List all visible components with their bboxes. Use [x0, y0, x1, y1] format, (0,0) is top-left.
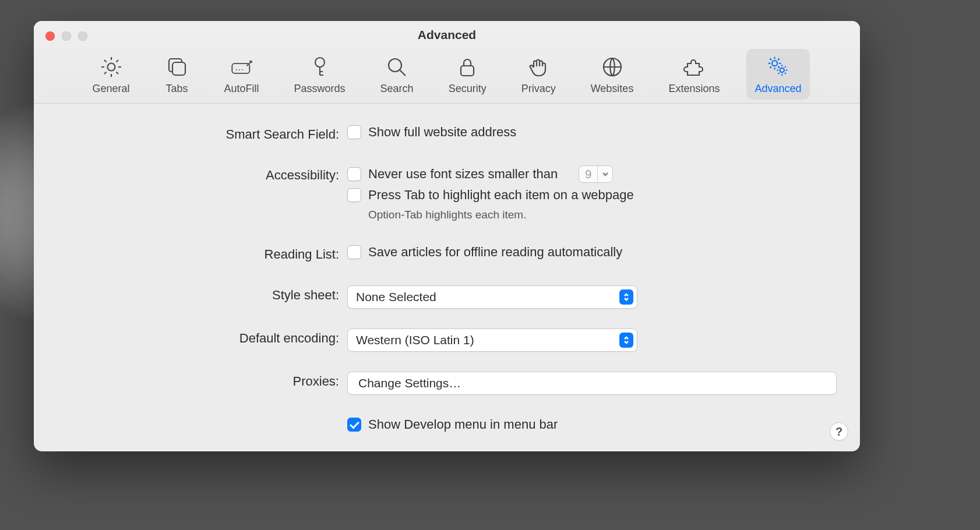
- svg-rect-8: [461, 66, 474, 76]
- default-encoding-popup[interactable]: Western (ISO Latin 1): [347, 328, 637, 352]
- tab-label: Tabs: [166, 83, 188, 95]
- show-full-address-checkbox[interactable]: [347, 125, 361, 139]
- tab-label: Passwords: [294, 83, 346, 95]
- globe-icon: [600, 55, 625, 79]
- svg-point-10: [772, 61, 777, 66]
- tab-label: Privacy: [521, 83, 556, 95]
- svg-point-7: [389, 59, 401, 72]
- svg-point-6: [315, 58, 325, 67]
- tab-tabs[interactable]: Tabs: [157, 49, 198, 100]
- change-settings-button[interactable]: Change Settings…: [347, 372, 837, 395]
- gears-icon: [766, 55, 790, 79]
- tab-label: Extensions: [668, 83, 720, 95]
- tab-search[interactable]: Search: [372, 49, 422, 100]
- help-button[interactable]: ?: [830, 422, 848, 441]
- window-title: Advanced: [34, 28, 860, 42]
- autofill-icon: [230, 55, 254, 79]
- tab-privacy[interactable]: Privacy: [513, 49, 564, 100]
- show-develop-label: Show Develop menu in menu bar: [368, 417, 558, 432]
- default-encoding-label: Default encoding:: [57, 328, 347, 346]
- accessibility-label: Accessibility:: [57, 165, 347, 183]
- svg-rect-1: [172, 62, 185, 75]
- key-icon: [308, 55, 332, 79]
- tab-passwords[interactable]: Passwords: [286, 49, 354, 100]
- tab-extensions[interactable]: Extensions: [660, 49, 728, 100]
- tab-security[interactable]: Security: [440, 49, 495, 100]
- tab-label: Security: [449, 83, 487, 95]
- tabs-icon: [165, 55, 189, 79]
- chevron-down-icon[interactable]: [597, 166, 612, 182]
- press-tab-label: Press Tab to highlight each item on a we…: [368, 188, 634, 203]
- proxies-label: Proxies:: [57, 372, 347, 389]
- tab-label: Websites: [591, 83, 634, 95]
- puzzle-icon: [682, 55, 706, 79]
- help-label: ?: [836, 425, 842, 439]
- tab-autofill[interactable]: AutoFill: [216, 49, 267, 100]
- min-font-stepper[interactable]: 9: [579, 165, 613, 183]
- updown-icon: [619, 289, 633, 305]
- tab-advanced[interactable]: Advanced: [746, 49, 809, 100]
- svg-point-4: [238, 69, 239, 70]
- gear-icon: [99, 55, 124, 79]
- style-sheet-label: Style sheet:: [57, 285, 347, 303]
- save-offline-checkbox[interactable]: [347, 245, 361, 259]
- save-offline-label: Save articles for offline reading automa…: [368, 245, 622, 260]
- press-tab-checkbox[interactable]: [347, 188, 361, 202]
- tab-label: General: [92, 83, 129, 95]
- svg-point-0: [107, 63, 115, 71]
- updown-icon: [619, 333, 633, 348]
- pref-toolbar: General Tabs AutoFill Pass: [34, 49, 860, 100]
- svg-point-3: [235, 69, 237, 70]
- min-font-value: 9: [579, 168, 597, 181]
- tab-label: AutoFill: [224, 83, 259, 95]
- tab-websites[interactable]: Websites: [583, 49, 642, 100]
- show-full-address-label: Show full website address: [368, 125, 516, 140]
- show-develop-checkbox[interactable]: [347, 418, 361, 432]
- svg-point-5: [241, 69, 242, 70]
- search-icon: [385, 55, 409, 79]
- style-sheet-popup[interactable]: None Selected: [347, 285, 637, 309]
- advanced-pane: Smart Search Field: Show full website ad…: [34, 104, 860, 451]
- change-settings-label: Change Settings…: [358, 376, 461, 390]
- hand-icon: [526, 55, 551, 79]
- tab-general[interactable]: General: [84, 49, 138, 100]
- reading-list-label: Reading List:: [57, 245, 347, 262]
- svg-point-11: [780, 68, 784, 72]
- tab-label: Advanced: [755, 83, 801, 95]
- lock-icon: [455, 55, 480, 79]
- tab-label: Search: [380, 83, 414, 95]
- smart-search-label: Smart Search Field:: [57, 125, 347, 142]
- press-tab-hint: Option-Tab highlights each item.: [347, 209, 837, 221]
- default-encoding-value: Western (ISO Latin 1): [356, 333, 474, 347]
- titlebar: Advanced General Tabs AutoF: [34, 21, 860, 104]
- min-font-checkbox[interactable]: [347, 167, 361, 181]
- style-sheet-value: None Selected: [356, 290, 436, 304]
- min-font-label: Never use font sizes smaller than: [368, 167, 558, 182]
- preferences-window: Advanced General Tabs AutoF: [34, 21, 860, 451]
